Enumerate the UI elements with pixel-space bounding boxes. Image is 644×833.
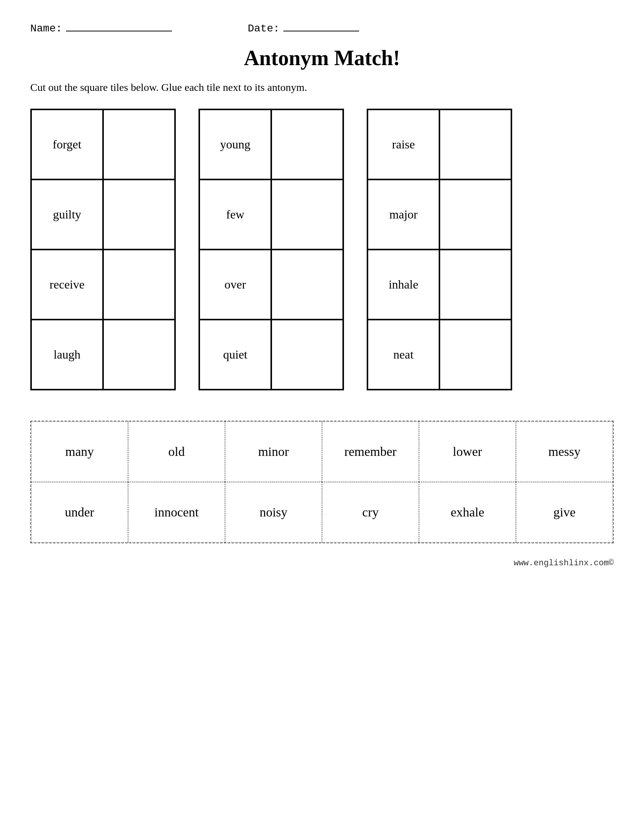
date-field: Date: bbox=[248, 23, 359, 34]
name-field: Name: bbox=[30, 23, 172, 34]
grid1-cell-empty3 bbox=[103, 249, 175, 320]
grid1-cell-forget: forget bbox=[31, 109, 103, 180]
grid3-cell-empty1 bbox=[440, 109, 511, 180]
grid2-cell-empty2 bbox=[271, 180, 343, 249]
word-grid-3: raise major inhale neat bbox=[367, 109, 512, 391]
word-grid-1: forget guilty receive laugh bbox=[30, 109, 176, 391]
grid3-cell-inhale: inhale bbox=[367, 249, 440, 320]
word-grid-2: young few over quiet bbox=[198, 109, 344, 391]
date-label: Date: bbox=[248, 23, 280, 34]
tile-remember: remember bbox=[322, 421, 419, 482]
website-label: www.englishlinx.com© bbox=[514, 558, 614, 568]
tile-under: under bbox=[31, 482, 128, 543]
grid1-cell-guilty: guilty bbox=[31, 180, 103, 249]
grid1-cell-empty2 bbox=[103, 180, 175, 249]
grid2-cell-young: young bbox=[199, 109, 271, 180]
tile-old: old bbox=[128, 421, 225, 482]
tile-messy: messy bbox=[516, 421, 613, 482]
grid3-cell-raise: raise bbox=[367, 109, 440, 180]
tiles-section: many old minor remember lower messy unde… bbox=[30, 421, 614, 544]
tile-many: many bbox=[31, 421, 128, 482]
instructions: Cut out the square tiles below. Glue eac… bbox=[30, 81, 614, 93]
name-label: Name: bbox=[30, 23, 62, 34]
grid2-cell-empty1 bbox=[271, 109, 343, 180]
page-title: Antonym Match! bbox=[30, 46, 614, 70]
tiles-grid: many old minor remember lower messy unde… bbox=[31, 421, 613, 543]
grid3-cell-empty3 bbox=[440, 249, 511, 320]
tile-exhale: exhale bbox=[419, 482, 516, 543]
tile-noisy: noisy bbox=[225, 482, 322, 543]
grid2-cell-quiet: quiet bbox=[199, 320, 271, 390]
grid2-cell-over: over bbox=[199, 249, 271, 320]
tile-lower: lower bbox=[419, 421, 516, 482]
tile-innocent: innocent bbox=[128, 482, 225, 543]
grid3-cell-neat: neat bbox=[367, 320, 440, 390]
grid2-cell-empty3 bbox=[271, 249, 343, 320]
grid1-cell-empty4 bbox=[103, 320, 175, 390]
grid1-cell-receive: receive bbox=[31, 249, 103, 320]
footer: www.englishlinx.com© bbox=[30, 558, 614, 568]
tile-give: give bbox=[516, 482, 613, 543]
grid2-cell-few: few bbox=[199, 180, 271, 249]
grid2-cell-empty4 bbox=[271, 320, 343, 390]
grid1-cell-empty1 bbox=[103, 109, 175, 180]
grid3-cell-major: major bbox=[367, 180, 440, 249]
main-grids: forget guilty receive laugh young few ov… bbox=[30, 109, 614, 391]
tile-minor: minor bbox=[225, 421, 322, 482]
name-line bbox=[66, 31, 172, 31]
date-line bbox=[283, 31, 359, 31]
grid1-cell-laugh: laugh bbox=[31, 320, 103, 390]
grid3-cell-empty4 bbox=[440, 320, 511, 390]
header: Name: Date: bbox=[30, 23, 614, 34]
grid3-cell-empty2 bbox=[440, 180, 511, 249]
tile-cry: cry bbox=[322, 482, 419, 543]
